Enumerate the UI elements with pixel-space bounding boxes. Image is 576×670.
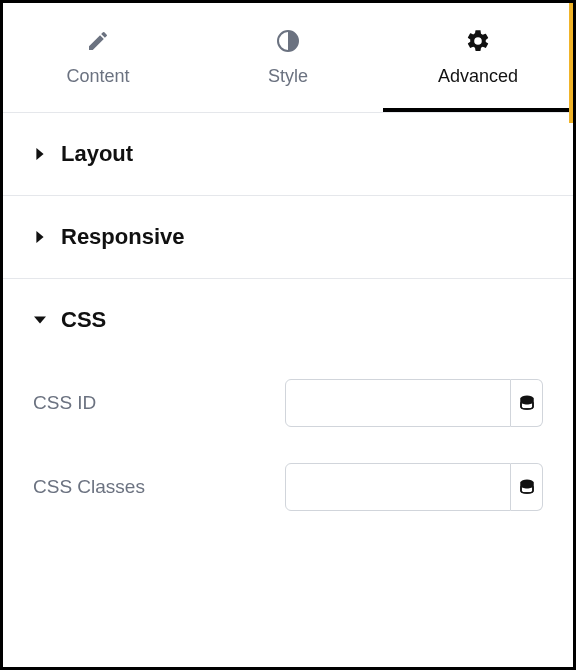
tab-advanced-label: Advanced	[438, 66, 518, 87]
css-classes-row: CSS Classes	[33, 445, 543, 529]
tab-style-label: Style	[268, 66, 308, 87]
css-id-dynamic-button[interactable]	[511, 379, 543, 427]
tab-advanced[interactable]: Advanced	[383, 3, 573, 112]
css-id-input-group	[285, 379, 543, 427]
tabs-bar: Content Style Advanced	[3, 3, 573, 113]
section-responsive-header[interactable]: Responsive	[3, 196, 573, 278]
caret-right-icon	[33, 147, 47, 161]
section-css-body: CSS ID	[3, 361, 573, 553]
tab-style[interactable]: Style	[193, 3, 383, 112]
section-layout-header[interactable]: Layout	[3, 113, 573, 195]
section-layout: Layout	[3, 113, 573, 196]
css-classes-input-group	[285, 463, 543, 511]
section-responsive: Responsive	[3, 196, 573, 279]
css-id-input[interactable]	[285, 379, 511, 427]
section-css-title: CSS	[61, 307, 106, 333]
css-classes-label: CSS Classes	[33, 476, 145, 498]
contrast-icon	[275, 28, 301, 54]
svg-marker-2	[36, 231, 43, 243]
caret-right-icon	[33, 230, 47, 244]
css-classes-input[interactable]	[285, 463, 511, 511]
tab-content[interactable]: Content	[3, 3, 193, 112]
css-id-label: CSS ID	[33, 392, 96, 414]
gear-icon	[465, 28, 491, 54]
css-classes-dynamic-button[interactable]	[511, 463, 543, 511]
database-icon	[518, 478, 536, 496]
tab-content-label: Content	[66, 66, 129, 87]
section-css: CSS CSS ID	[3, 279, 573, 553]
advanced-panel: Layout Responsive CSS CSS ID	[3, 113, 573, 553]
section-responsive-title: Responsive	[61, 224, 185, 250]
section-layout-title: Layout	[61, 141, 133, 167]
svg-marker-3	[34, 316, 46, 323]
caret-down-icon	[33, 313, 47, 327]
css-id-row: CSS ID	[33, 361, 543, 445]
pencil-icon	[85, 28, 111, 54]
section-css-header[interactable]: CSS	[3, 279, 573, 361]
active-tab-underline	[383, 108, 573, 112]
svg-marker-1	[36, 148, 43, 160]
database-icon	[518, 394, 536, 412]
right-edge-accent	[569, 3, 573, 123]
